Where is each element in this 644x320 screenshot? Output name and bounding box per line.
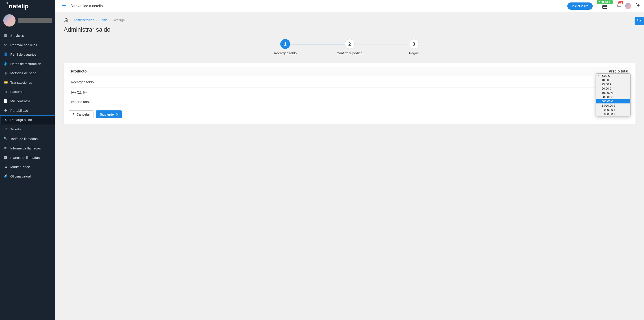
sidebar-item-label: Recarga saldo [10,118,32,122]
sidebar-item-label: Tickets [10,127,21,131]
sidebar-item-label: Facturas [10,90,23,94]
row-total-value: € [320,97,630,107]
market-icon: 🖥 [4,165,8,169]
sidebar-item-tickets[interactable]: ？Tickets [0,124,55,134]
sidebar-item-mis-contratos[interactable]: 📄Mis contratos [0,96,55,106]
dropdown-option[interactable]: 10,00 € [596,78,630,82]
page-title: Administrar saldo [64,26,636,33]
sidebar-item-label: Transacciones [10,81,32,84]
sidebar-item-label: Datos de facturación [10,62,41,66]
dollar-icon: $ [4,71,8,75]
dropdown-option[interactable]: 3 000,00 € [596,112,630,116]
sidebar-item-renovar-servicios[interactable]: ⟳Renovar servicios [0,40,55,50]
svg-point-5 [640,21,641,22]
sidebar-item-tarifa-de-llamadas[interactable]: 🔍Tarifa de llamadas [0,134,55,143]
search-icon: 🔍 [4,137,8,141]
user-icon: 👤 [4,52,8,56]
logout-icon[interactable] [636,3,640,9]
table-row: IVA (21 %) € [68,88,630,97]
step-2[interactable]: 2 Confirmar pedido [318,39,382,55]
breadcrumb-current: Recarga [113,18,125,22]
user-block [0,14,55,31]
topbar: Bienvenido a netelip Iniciar visita 188,… [55,0,644,12]
steps-wizard: 1 Recargar saldo 2 Confirmar pedido 3 Pa… [249,39,450,55]
step-1[interactable]: 1 Recargar saldo [253,39,318,55]
sidebar-item-planes-de-llamadas[interactable]: ☎Planes de llamadas [0,153,55,162]
sidebar-item-market-place[interactable]: 🖥Market Place [0,162,55,171]
avatar-small[interactable] [625,3,632,9]
sidebar-item-label: Market Place [10,165,30,169]
phone-icon: ✆ [4,146,8,150]
dropdown-option[interactable]: 25,00 € [596,82,630,86]
sidebar-item-datos-de-facturación[interactable]: 🧳Datos de facturación [0,59,55,69]
dropdown-option[interactable]: 500,00 € [596,99,630,103]
sidebar-item-métodos-de-pago[interactable]: $Métodos de pago [0,69,55,78]
file-icon: 📄 [4,99,8,103]
th-total: Precio total [320,67,630,76]
sidebar-item-informe-de-llamadas[interactable]: ✆Informe de llamadas [0,143,55,153]
sidebar-item-recarga-saldo[interactable]: €Recarga saldo [0,115,55,124]
dropdown-option[interactable]: 1 000,00 € [596,103,630,108]
step-3[interactable]: 3 Pagos [382,39,446,55]
row-total-label: Importe total [68,97,320,107]
breadcrumb: / Administración / Saldo / Recarga [64,18,636,22]
step-1-circle: 1 [280,39,290,49]
amount-dropdown-popup[interactable]: 5,00 €10,00 €25,00 €50,00 €100,00 €200,0… [596,73,630,116]
svg-rect-3 [602,6,607,7]
bell-icon[interactable]: 11 [617,3,621,9]
breadcrumb-admin[interactable]: Administración [74,18,94,22]
product-table: Producto Precio total Recargar saldo 5,0… [68,67,630,106]
cancel-button[interactable]: Cancelar [68,110,94,118]
dropdown-option[interactable]: 50,00 € [596,86,630,91]
brand-logo[interactable]: netelip [0,0,55,14]
cancel-label: Cancelar [76,112,90,116]
sidebar-item-label: Renovar servicios [10,43,37,47]
chevron-right-icon [116,112,118,116]
step-1-label: Recargar saldo [274,51,297,55]
sidebar-item-oficina-virtual[interactable]: 🧳Oficina virtual [0,171,55,181]
recharge-panel: Producto Precio total Recargar saldo 5,0… [64,63,636,124]
sidebar-item-facturas[interactable]: 🗎Facturas [0,87,55,96]
home-icon[interactable] [64,18,68,22]
sidebar-item-label: Planes de llamadas [10,156,40,160]
start-visit-button[interactable]: Iniciar visita [567,3,593,10]
step-2-circle: 2 [345,39,354,49]
sidebar-item-label: Informe de llamadas [10,146,41,150]
welcome-text: Bienvenido a netelip [70,4,103,8]
breadcrumb-saldo[interactable]: Saldo [100,18,108,22]
user-name-redacted [18,18,52,23]
th-product: Producto [68,67,320,76]
dropdown-option[interactable]: 5,00 € [596,74,630,78]
row-recharge-label: Recargar saldo [68,76,320,88]
plan-icon: ☎ [4,156,8,160]
sidebar-item-transacciones[interactable]: 💳Transacciones [0,78,55,87]
sidebar-item-perfil-de-usuarios[interactable]: 👤Perfil de usuarios [0,50,55,59]
credit-card-icon [602,5,607,10]
hamburger-icon[interactable] [62,3,66,9]
table-row: Recargar saldo 5,00 € ▲▼ [68,76,630,88]
card-icon: 💳 [4,80,8,84]
table-row: Importe total € [68,97,630,107]
dropdown-option[interactable]: 200,00 € [596,95,630,99]
gears-icon [637,19,642,23]
dropdown-option[interactable]: 100,00 € [596,91,630,95]
sidebar: netelip ▦Servicios⟳Renovar servicios👤Per… [0,0,55,320]
sidebar-nav: ▦Servicios⟳Renovar servicios👤Perfil de u… [0,31,55,181]
next-label: Siguiente [100,112,114,116]
plus-icon: ✚ [4,108,8,112]
help-icon: ？ [4,127,8,131]
balance-block[interactable]: 188,26 € [597,2,612,10]
chevron-left-icon [72,112,75,116]
dropdown-option[interactable]: 2 000,00 € [596,108,630,112]
notification-badge: 11 [618,1,623,4]
grid-icon: ▦ [4,34,8,38]
svg-point-0 [6,2,8,4]
settings-tab[interactable] [634,17,644,25]
sidebar-item-label: Métodos de pago [10,71,36,75]
next-button[interactable]: Siguiente [96,110,122,118]
sidebar-item-label: Servicios [10,34,24,38]
avatar[interactable] [3,14,16,27]
sidebar-item-portabilidad[interactable]: ✚Portabilidad [0,106,55,115]
document-icon: 🗎 [4,90,8,94]
sidebar-item-servicios[interactable]: ▦Servicios [0,31,55,40]
